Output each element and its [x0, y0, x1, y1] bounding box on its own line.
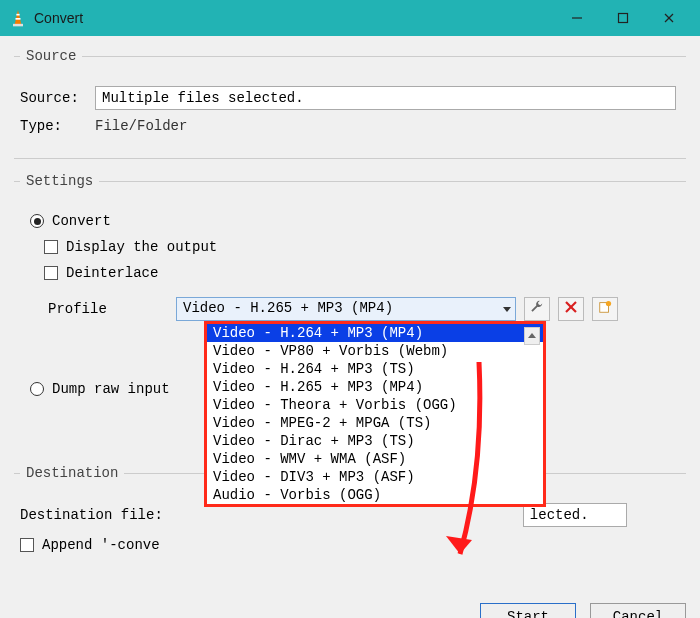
profile-option[interactable]: Video - H.265 + MP3 (MP4)	[207, 378, 543, 396]
close-button[interactable]	[646, 0, 692, 36]
deinterlace-checkbox[interactable]: Deinterlace	[44, 265, 676, 281]
maximize-button[interactable]	[600, 0, 646, 36]
delete-profile-button[interactable]	[558, 297, 584, 321]
svg-rect-2	[16, 18, 21, 20]
dump-raw-label: Dump raw input	[52, 381, 170, 397]
source-input[interactable]: Multiple files selected.	[95, 86, 676, 110]
delete-icon	[565, 301, 577, 317]
scroll-up-button[interactable]	[524, 327, 540, 345]
profile-combobox[interactable]: Video - H.265 + MP3 (MP4)	[176, 297, 516, 321]
settings-legend: Settings	[20, 173, 99, 189]
profile-option[interactable]: Audio - Vorbis (OGG)	[207, 486, 543, 504]
svg-point-10	[606, 301, 611, 306]
append-converted-checkbox[interactable]: Append '-conve	[20, 537, 676, 553]
profile-option[interactable]: Video - WMV + WMA (ASF)	[207, 450, 543, 468]
start-button[interactable]: Start	[480, 603, 576, 618]
profile-option[interactable]: Video - Dirac + MP3 (TS)	[207, 432, 543, 450]
source-label: Source:	[20, 90, 95, 106]
edit-profile-button[interactable]	[524, 297, 550, 321]
checkbox-icon	[44, 266, 58, 280]
source-legend: Source	[20, 48, 82, 64]
append-converted-label: Append '-conve	[42, 537, 160, 553]
svg-rect-1	[16, 14, 19, 16]
profile-label: Profile	[48, 301, 176, 317]
settings-group: Settings Convert Display the output Dein…	[14, 173, 686, 451]
checkbox-icon	[44, 240, 58, 254]
new-profile-button[interactable]	[592, 297, 618, 321]
profile-option[interactable]: Video - MPEG-2 + MPGA (TS)	[207, 414, 543, 432]
svg-rect-4	[619, 14, 628, 23]
profile-option[interactable]: Video - DIV3 + MP3 (ASF)	[207, 468, 543, 486]
profile-option[interactable]: Video - H.264 + MP3 (TS)	[207, 360, 543, 378]
convert-radio[interactable]: Convert	[30, 213, 676, 229]
vlc-cone-icon	[8, 8, 28, 28]
source-group: Source Source: Multiple files selected. …	[14, 48, 686, 159]
window-title: Convert	[34, 10, 554, 26]
display-output-label: Display the output	[66, 239, 217, 255]
checkbox-icon	[20, 538, 34, 552]
type-label: Type:	[20, 118, 95, 134]
new-profile-icon	[598, 300, 612, 318]
profile-option[interactable]: Video - H.264 + MP3 (MP4)	[207, 324, 543, 342]
profile-option[interactable]: Video - Theora + Vorbis (OGG)	[207, 396, 543, 414]
destination-legend: Destination	[20, 465, 124, 481]
radio-icon	[30, 214, 44, 228]
cancel-button[interactable]: Cancel	[590, 603, 686, 618]
dialog-buttons: Start Cancel	[0, 597, 700, 618]
wrench-icon	[530, 300, 544, 318]
chevron-down-icon	[503, 301, 511, 317]
titlebar: Convert	[0, 0, 700, 36]
type-value: File/Folder	[95, 118, 187, 134]
svg-rect-0	[13, 24, 23, 27]
radio-icon	[30, 382, 44, 396]
profile-dropdown[interactable]: Video - H.264 + MP3 (MP4) Video - VP80 +…	[204, 321, 546, 507]
minimize-button[interactable]	[554, 0, 600, 36]
convert-radio-label: Convert	[52, 213, 111, 229]
deinterlace-label: Deinterlace	[66, 265, 158, 281]
profile-option[interactable]: Video - VP80 + Vorbis (Webm)	[207, 342, 543, 360]
display-output-checkbox[interactable]: Display the output	[44, 239, 676, 255]
profile-selected: Video - H.265 + MP3 (MP4)	[183, 300, 393, 316]
destination-file-label: Destination file:	[20, 507, 163, 523]
